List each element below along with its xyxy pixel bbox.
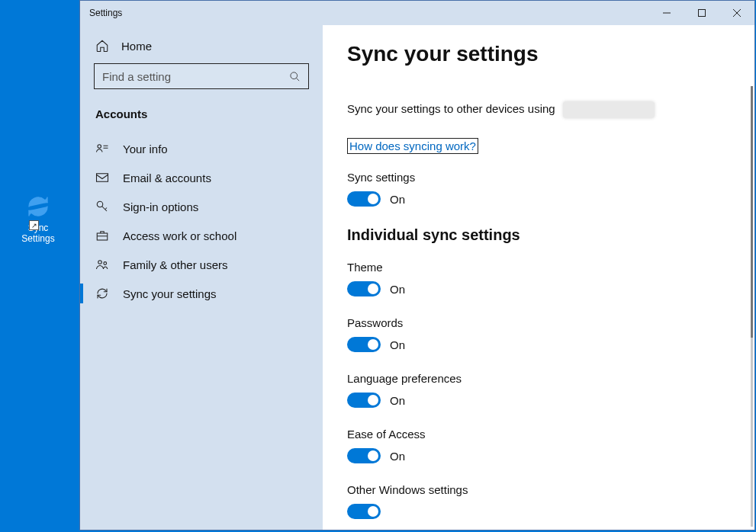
- passwords-toggle-state: On: [390, 338, 405, 351]
- sidebar-item-label: Sign-in options: [123, 200, 198, 213]
- sync-icon: [26, 194, 50, 219]
- sidebar-item-family-users[interactable]: Family & other users: [94, 250, 309, 279]
- language-toggle-state: On: [390, 394, 405, 407]
- sidebar-item-signin-options[interactable]: Sign-in options: [94, 192, 309, 221]
- other-windows-settings-toggle-label: Other Windows settings: [347, 483, 754, 496]
- home-icon: [95, 39, 109, 53]
- passwords-toggle[interactable]: [347, 337, 381, 352]
- sidebar-item-label: Family & other users: [123, 258, 228, 271]
- theme-toggle-state: On: [390, 283, 405, 296]
- desktop-shortcut-sync-settings[interactable]: ↗ Sync Settings: [15, 194, 61, 244]
- sidebar-item-label: Email & accounts: [123, 171, 211, 184]
- sidebar: Home Accounts Your info Email & accounts…: [80, 25, 323, 530]
- help-link-syncing[interactable]: How does syncing work?: [347, 138, 478, 154]
- sync-settings-toggle-label: Sync settings: [347, 171, 754, 184]
- shortcut-overlay-icon: ↗: [29, 220, 39, 230]
- language-toggle[interactable]: [347, 393, 381, 408]
- svg-point-7: [104, 262, 107, 265]
- sync-settings-toggle-state: On: [390, 193, 405, 206]
- people-icon: [95, 258, 109, 271]
- maximize-button[interactable]: [684, 1, 719, 25]
- svg-point-6: [98, 261, 102, 264]
- content-area: Sync your settings Sync your settings to…: [323, 25, 754, 530]
- ease-of-access-toggle-label: Ease of Access: [347, 428, 754, 441]
- sync-icon: [95, 287, 109, 300]
- key-icon: [95, 200, 109, 213]
- svg-rect-0: [699, 10, 706, 17]
- svg-rect-5: [97, 233, 108, 240]
- close-button[interactable]: [719, 1, 754, 25]
- theme-toggle[interactable]: [347, 281, 381, 296]
- sidebar-item-label: Your info: [123, 143, 168, 155]
- search-input-container[interactable]: [94, 63, 309, 89]
- page-title: Sync your settings: [347, 42, 754, 66]
- theme-toggle-label: Theme: [347, 261, 754, 274]
- mail-icon: [95, 171, 109, 184]
- svg-point-2: [98, 145, 101, 149]
- svg-point-1: [291, 72, 298, 79]
- search-icon: [289, 71, 301, 82]
- language-toggle-label: Language preferences: [347, 372, 754, 385]
- other-windows-settings-toggle[interactable]: [347, 504, 381, 519]
- passwords-toggle-label: Passwords: [347, 316, 754, 329]
- sidebar-item-your-info[interactable]: Your info: [94, 134, 309, 163]
- sidebar-item-label: Access work or school: [123, 229, 236, 242]
- minimize-button[interactable]: [649, 1, 684, 25]
- sync-description: Sync your settings to other devices usin…: [347, 101, 754, 118]
- titlebar: Settings: [80, 1, 754, 25]
- sidebar-section-heading: Accounts: [94, 107, 309, 120]
- briefcase-icon: [95, 229, 109, 242]
- sidebar-item-label: Sync your settings: [123, 287, 217, 300]
- account-name-redacted: [563, 101, 655, 118]
- svg-rect-3: [97, 174, 108, 182]
- sidebar-item-email-accounts[interactable]: Email & accounts: [94, 163, 309, 192]
- ease-of-access-toggle[interactable]: [347, 448, 381, 463]
- person-card-icon: [95, 142, 109, 155]
- settings-window: Settings Home Accounts Your info Email &…: [79, 0, 755, 530]
- sync-settings-toggle[interactable]: [347, 191, 381, 207]
- home-button[interactable]: Home: [94, 36, 309, 63]
- home-label: Home: [121, 40, 152, 53]
- scrollbar-thumb[interactable]: [751, 86, 753, 338]
- ease-of-access-toggle-state: On: [390, 450, 405, 463]
- search-input[interactable]: [102, 70, 289, 83]
- individual-sync-heading: Individual sync settings: [347, 226, 754, 244]
- sidebar-item-sync-settings[interactable]: Sync your settings: [94, 279, 309, 308]
- window-title: Settings: [89, 8, 649, 18]
- sidebar-item-access-work-school[interactable]: Access work or school: [94, 221, 309, 250]
